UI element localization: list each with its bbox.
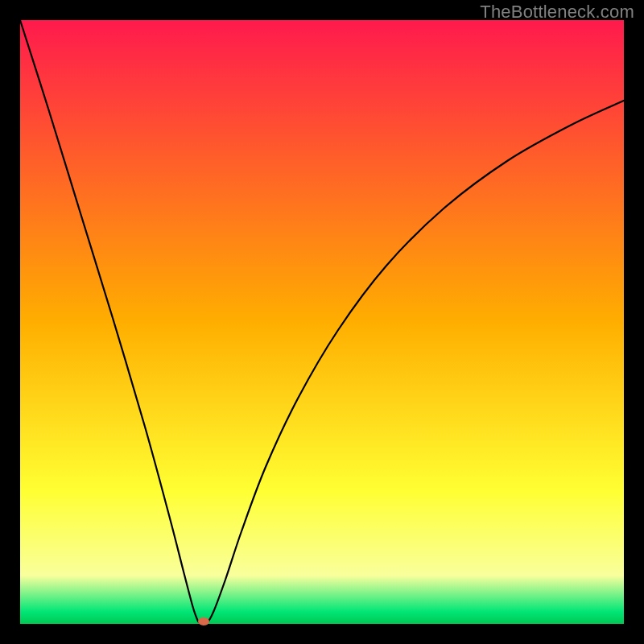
vertex-marker — [198, 617, 209, 625]
chart-stage: TheBottleneck.com — [0, 0, 644, 644]
bottleneck-chart — [0, 0, 644, 644]
watermark-text: TheBottleneck.com — [480, 2, 634, 23]
plot-background — [20, 20, 624, 624]
